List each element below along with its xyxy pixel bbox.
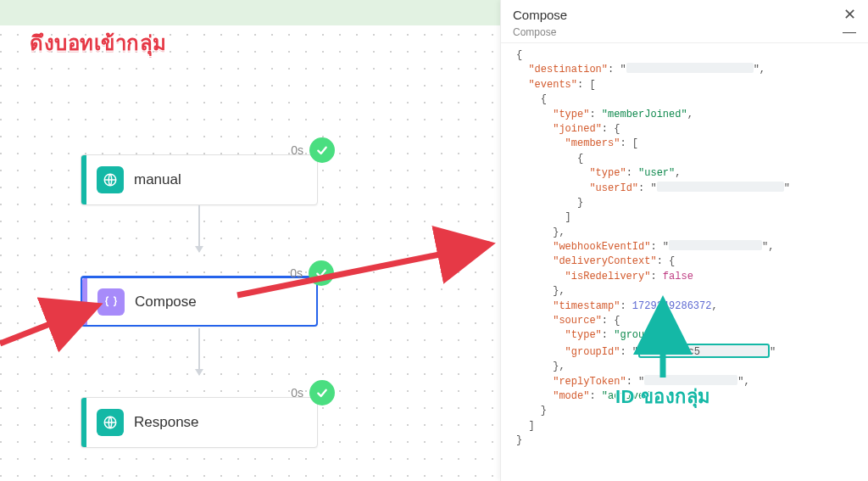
node-status-badge: 0s: [291, 137, 335, 163]
collapse-icon[interactable]: —: [843, 25, 856, 39]
exec-time: 0s: [291, 386, 303, 400]
check-icon: [309, 380, 335, 405]
globe-icon: [97, 166, 124, 193]
exec-time: 0s: [290, 266, 303, 280]
node-label: manual: [134, 171, 181, 188]
exec-time: 0s: [291, 143, 303, 157]
panel-title: Compose: [513, 8, 567, 22]
node-accent: [82, 278, 87, 325]
globe-icon: [97, 409, 124, 436]
node-status-badge: 0s: [290, 260, 334, 286]
node-status-badge: 0s: [291, 380, 335, 405]
connector: [198, 205, 200, 252]
connector: [198, 328, 200, 375]
flow-node-compose[interactable]: Compose 0s: [81, 276, 318, 327]
canvas-annotation-title: ดึงบอทเข้ากลุ่ม: [30, 26, 167, 59]
node-label: Response: [134, 414, 199, 431]
node-label: Compose: [135, 294, 197, 310]
annotation-id-label: ID ของกลุ่ม: [615, 382, 711, 411]
flow-node-response[interactable]: Response 0s: [81, 397, 318, 448]
node-accent: [81, 155, 86, 204]
panel-section-label: Compose: [513, 26, 556, 38]
check-icon: [309, 137, 335, 163]
close-icon[interactable]: ✕: [843, 7, 856, 22]
check-icon: [309, 260, 334, 286]
braces-icon: [97, 288, 125, 316]
flow-node-manual[interactable]: manual 0s: [81, 154, 318, 205]
node-accent: [81, 398, 86, 447]
flow-canvas[interactable]: ดึงบอทเข้ากลุ่ม manual 0s Compose 0s: [0, 0, 500, 481]
canvas-topbar: [0, 0, 500, 25]
